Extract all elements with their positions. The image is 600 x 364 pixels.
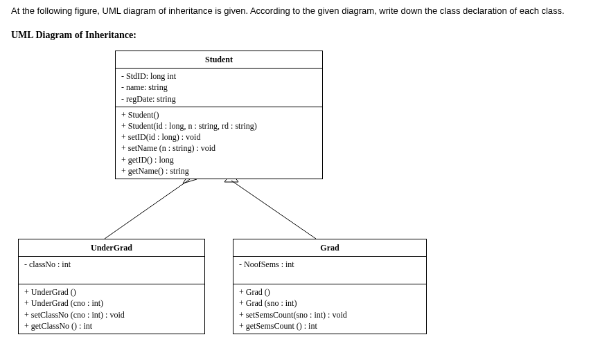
uml-class-name: Grad xyxy=(233,239,426,257)
uml-diagram: Student - StdID: long int - name: string… xyxy=(11,51,441,355)
uml-op: + setClassNo (cno : int) : void xyxy=(24,309,199,320)
uml-class-undergrad: UnderGrad - classNo : int + UnderGrad ()… xyxy=(18,239,205,334)
uml-op: + getClassNo () : int xyxy=(24,320,199,331)
uml-op: + UnderGrad () xyxy=(24,286,199,298)
uml-class-name: Student xyxy=(116,51,322,69)
uml-attr: - name: string xyxy=(121,82,317,93)
uml-op: + getName() : string xyxy=(121,165,317,176)
uml-attributes: - NoofSems : int xyxy=(233,257,426,284)
uml-class-student: Student - StdID: long int - name: string… xyxy=(115,51,323,179)
uml-op: + Grad () xyxy=(239,286,421,298)
uml-class-grad: Grad - NoofSems : int + Grad () + Grad (… xyxy=(233,239,427,334)
uml-op: + setSemsCount(sno : int) : void xyxy=(239,309,421,320)
svg-line-1 xyxy=(105,179,190,239)
uml-op: + UnderGrad (cno : int) xyxy=(24,298,199,309)
diagram-title: UML Diagram of Inheritance: xyxy=(11,30,589,41)
uml-op: + Grad (sno : int) xyxy=(239,298,421,309)
uml-attr: - StdID: long int xyxy=(121,71,317,82)
uml-operations: + UnderGrad () + UnderGrad (cno : int) +… xyxy=(19,284,204,334)
uml-op: + setName (n : string) : void xyxy=(121,143,317,154)
instruction-text: At the following figure, UML diagram of … xyxy=(11,6,589,16)
uml-attr: - regDate: string xyxy=(121,93,317,104)
uml-op: + Student(id : long, n : string, rd : st… xyxy=(121,120,317,131)
svg-line-3 xyxy=(231,181,316,239)
uml-operations: + Student() + Student(id : long, n : str… xyxy=(116,107,322,179)
uml-attr: - NoofSems : int xyxy=(239,259,421,270)
uml-attr: - classNo : int xyxy=(24,259,199,270)
uml-class-name: UnderGrad xyxy=(19,239,204,257)
uml-op: + getSemsCount () : int xyxy=(239,320,421,331)
uml-attributes: - classNo : int xyxy=(19,257,204,284)
uml-op: + getID() : long xyxy=(121,154,317,165)
uml-op: + Student() xyxy=(121,109,317,120)
uml-attributes: - StdID: long int - name: string - regDa… xyxy=(116,69,322,107)
uml-operations: + Grad () + Grad (sno : int) + setSemsCo… xyxy=(233,284,426,334)
uml-op: + setID(id : long) : void xyxy=(121,131,317,143)
